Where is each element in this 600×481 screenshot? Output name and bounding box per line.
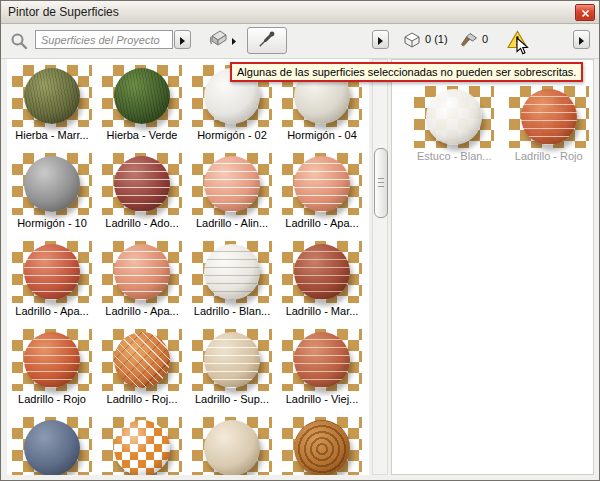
surface-tile[interactable] — [7, 413, 97, 475]
titlebar[interactable]: Pintor de Superficies — [1, 1, 599, 24]
surface-source-combo[interactable]: Superficies del Proyecto — [35, 30, 173, 49]
surface-thumbnail — [192, 329, 272, 391]
surface-tile[interactable]: Hierba - Verde — [97, 61, 187, 149]
surface-list-pane: Hierba - Marr... Hierba - Verde Hormigón… — [7, 59, 369, 475]
selection-pane: Estuco - Blan... Ladrillo - Rojo — [391, 59, 594, 475]
paint-bucket-button[interactable] — [204, 28, 240, 52]
eyedropper-button[interactable] — [247, 27, 287, 54]
surface-grid: Hierba - Marr... Hierba - Verde Hormigón… — [7, 59, 369, 475]
scrollbar-thumb[interactable] — [374, 148, 388, 218]
surface-thumbnail — [102, 329, 182, 391]
surface-label: Hormigón - 10 — [17, 215, 87, 231]
surface-sphere — [114, 244, 170, 300]
surface-sphere — [24, 156, 80, 212]
surface-label: Ladrillo - Blan... — [194, 303, 270, 319]
surface-thumbnail — [102, 417, 182, 475]
surface-tile[interactable]: Estuco - Blan... — [410, 82, 499, 164]
warning-tooltip-text: Algunas de las superficies seleccionadas… — [237, 66, 576, 78]
surface-sphere — [204, 156, 260, 212]
surface-tile[interactable]: Ladrillo - Roj... — [97, 325, 187, 413]
bucket-flyout-arrow-icon — [231, 31, 237, 49]
surface-tile[interactable]: Hormigón - 10 — [7, 149, 97, 237]
surface-sphere — [204, 332, 260, 388]
surface-tile[interactable]: Ladrillo - Blan... — [187, 237, 277, 325]
surface-sphere — [24, 420, 80, 475]
surface-thumbnail — [192, 241, 272, 303]
left-pane-flyout-button[interactable] — [372, 30, 389, 49]
warning-tooltip: Algunas de las superficies seleccionadas… — [230, 62, 583, 82]
surface-thumbnail — [192, 417, 272, 475]
surface-sphere — [114, 332, 170, 388]
surface-thumbnail — [509, 86, 589, 148]
surface-label: Ladrillo - Viej... — [286, 391, 359, 407]
painted-count-label: 0 — [482, 33, 488, 45]
surface-sphere — [24, 68, 80, 124]
surface-thumbnail — [12, 153, 92, 215]
surface-label: Ladrillo - Rojo — [18, 391, 86, 407]
close-icon — [581, 4, 590, 22]
surface-sphere — [24, 332, 80, 388]
painted-count-icon — [460, 32, 478, 52]
surface-sphere — [114, 156, 170, 212]
surface-label: Ladrillo - Rojo — [515, 148, 583, 164]
combo-flyout-button[interactable] — [174, 30, 191, 49]
surface-label: Ladrillo - Ado... — [105, 215, 178, 231]
surfaces-count-icon — [403, 32, 421, 53]
surface-tile[interactable] — [187, 413, 277, 475]
window-title: Pintor de Superficies — [1, 5, 119, 19]
flyout-arrow-icon — [377, 31, 384, 49]
surface-label: Estuco - Blan... — [417, 148, 492, 164]
surface-tile[interactable]: Ladrillo - Apa... — [97, 237, 187, 325]
surface-label: Hormigón - 04 — [287, 127, 357, 143]
mouse-cursor-icon — [516, 37, 529, 60]
right-pane-flyout-button[interactable] — [573, 30, 590, 49]
flyout-arrow-icon — [578, 31, 585, 49]
surface-label: Ladrillo - Roj... — [107, 391, 178, 407]
close-button[interactable] — [575, 4, 595, 21]
eyedropper-icon — [258, 30, 276, 52]
surface-sphere — [294, 244, 350, 300]
surface-label: Hierba - Verde — [107, 127, 178, 143]
surface-sphere — [294, 420, 350, 475]
surface-thumbnail — [414, 86, 494, 148]
surface-tile[interactable]: Ladrillo - Rojo — [7, 325, 97, 413]
surface-thumbnail — [12, 65, 92, 127]
surface-thumbnail — [282, 153, 362, 215]
surface-thumbnail — [192, 153, 272, 215]
surface-thumbnail — [12, 241, 92, 303]
surface-label: Ladrillo - Mar... — [286, 303, 359, 319]
surface-tile[interactable]: Ladrillo - Apa... — [7, 237, 97, 325]
surface-label: Ladrillo - Sup... — [195, 391, 269, 407]
surface-sphere — [114, 68, 170, 124]
toolbar: Superficies del Proyecto — [1, 24, 599, 59]
surface-sphere — [294, 156, 350, 212]
surface-tile[interactable]: Ladrillo - Apa... — [277, 149, 367, 237]
surface-source-value: Superficies del Proyecto — [41, 34, 160, 46]
paint-bucket-icon — [207, 28, 229, 52]
surface-tile[interactable]: Ladrillo - Rojo — [505, 82, 594, 164]
surface-tile[interactable]: Ladrillo - Mar... — [277, 237, 367, 325]
surface-thumbnail — [102, 153, 182, 215]
surface-tile[interactable] — [277, 413, 367, 475]
surface-label: Hormigón - 02 — [197, 127, 267, 143]
surface-tile[interactable]: Ladrillo - Ado... — [97, 149, 187, 237]
surface-thumbnail — [282, 241, 362, 303]
surface-tile[interactable]: Ladrillo - Viej... — [277, 325, 367, 413]
surface-label: Hierba - Marr... — [15, 127, 88, 143]
surface-sphere — [294, 332, 350, 388]
surface-sphere — [204, 420, 260, 475]
surface-tile[interactable]: Ladrillo - Sup... — [187, 325, 277, 413]
surface-sphere — [204, 244, 260, 300]
surface-sphere — [521, 89, 577, 145]
surface-thumbnail — [102, 65, 182, 127]
surface-tile[interactable]: Ladrillo - Alin... — [187, 149, 277, 237]
surface-label: Ladrillo - Alin... — [196, 215, 268, 231]
surface-tile[interactable] — [97, 413, 187, 475]
vertical-scrollbar[interactable] — [372, 59, 388, 475]
surface-thumbnail — [282, 417, 362, 475]
surfaces-count-label: 0 (1) — [425, 33, 448, 45]
surface-tile[interactable]: Hierba - Marr... — [7, 61, 97, 149]
flyout-arrow-icon — [179, 31, 186, 49]
surface-painter-window: Pintor de Superficies Superficies del Pr… — [0, 0, 600, 481]
surface-sphere — [24, 244, 80, 300]
